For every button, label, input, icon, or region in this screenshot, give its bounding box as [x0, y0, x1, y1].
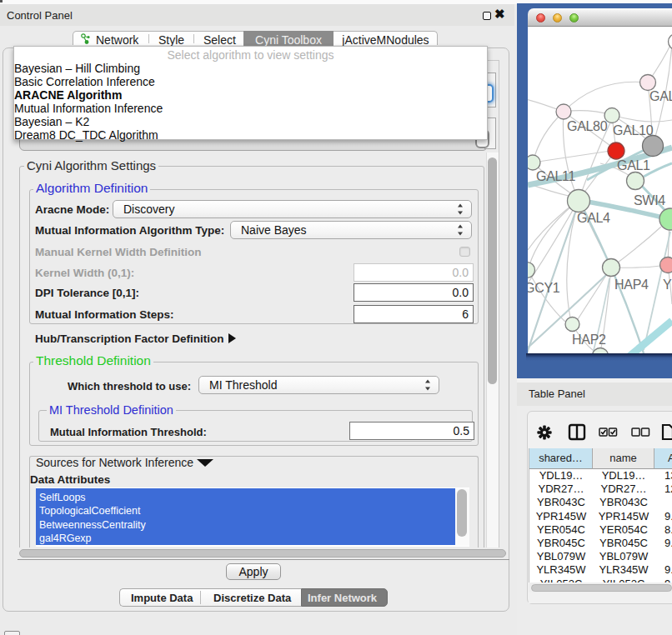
svg-text:YM: YM	[663, 278, 672, 292]
svg-text:GAL80: GAL80	[567, 119, 608, 133]
svg-text:GCY1: GCY1	[528, 281, 560, 295]
svg-text:SWI4: SWI4	[634, 193, 665, 208]
svg-text:GAL1: GAL1	[617, 158, 650, 172]
svg-text:GAL10: GAL10	[613, 123, 654, 138]
svg-text:HAP4: HAP4	[614, 278, 649, 292]
svg-text:GAL4: GAL4	[577, 211, 610, 225]
svg-text:HAP2: HAP2	[572, 332, 606, 347]
svg-text:GAL2: GAL2	[649, 89, 672, 103]
svg-text:GAL11: GAL11	[536, 169, 576, 183]
